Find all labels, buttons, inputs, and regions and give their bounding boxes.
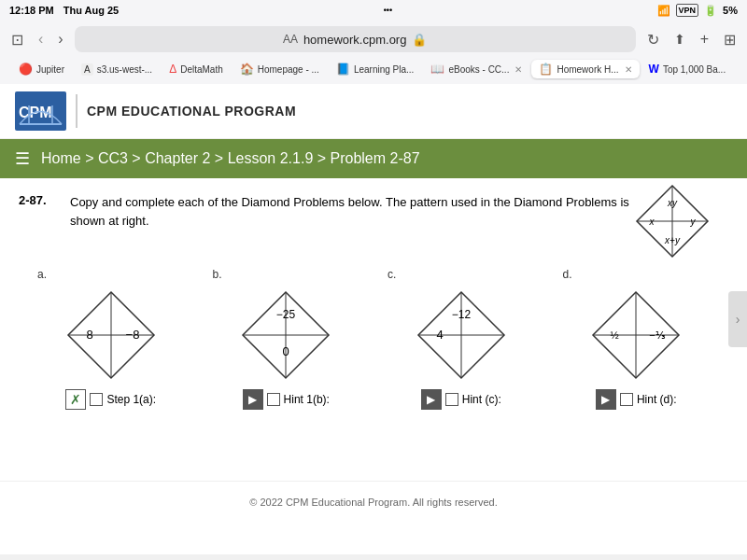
svg-text:−25: −25: [276, 308, 296, 321]
tab-label-ebooks: eBooks - CC...: [448, 64, 509, 75]
diamond-reference: xy x y x+y: [635, 184, 710, 259]
diamond-label-a: a.: [37, 268, 47, 281]
tab-label-homework: Homework H...: [557, 64, 618, 75]
tab-icon-ebooks: 📖: [430, 63, 444, 76]
hint-row-a: ✗ Step 1(a):: [65, 389, 156, 410]
tab-homework[interactable]: 📋 Homework H... ✕: [531, 60, 639, 78]
diamond-item-c: c. −12 4 ▶ Hint (c):: [378, 268, 544, 410]
diamond-label-b: b.: [213, 268, 222, 281]
cpm-logo: CPM: [15, 91, 66, 131]
svg-text:−⅓: −⅓: [650, 329, 666, 341]
diamond-problems-row: a. 8 −8 ✗ Step 1(a):: [19, 268, 728, 410]
cpm-header-divider: [76, 94, 78, 128]
hint-label-d: Hint (d):: [637, 393, 677, 406]
hint-arrow-icon-c[interactable]: ▶: [421, 389, 442, 410]
hint-arrow-icon-b[interactable]: ▶: [243, 389, 263, 410]
tab-label-learning: Learning Pla...: [354, 64, 415, 75]
tab-homepage[interactable]: 🏠 Homepage - ...: [233, 60, 327, 78]
diamond-label-d: d.: [563, 268, 572, 281]
hint-label-c: Hint (c):: [462, 393, 501, 406]
tabs-bar: 🔴 Jupiter A s3.us-west-... Δ DeltaMath 🏠…: [7, 58, 740, 80]
cpm-header: CPM CPM EDUCATIONAL PROGRAM: [0, 84, 747, 139]
problem-number: 2-87.: [19, 193, 61, 230]
hint-checkbox-d[interactable]: [620, 393, 633, 406]
hint-checkbox-c[interactable]: [445, 393, 458, 406]
tab-learning[interactable]: 📘 Learning Pla...: [329, 60, 422, 78]
svg-text:−8: −8: [125, 328, 139, 342]
svg-text:xy: xy: [667, 198, 678, 208]
tab-icon-top1000: W: [649, 63, 659, 76]
diamond-ref-svg: xy x y x+y: [635, 184, 710, 259]
svg-text:y: y: [690, 217, 697, 227]
hint-checked-icon-a[interactable]: ✗: [65, 389, 86, 410]
diamond-item-b: b. −25 0 ▶ Hint 1(b):: [204, 268, 370, 410]
problem-header: 2-87. Copy and complete each of the Diam…: [19, 193, 635, 230]
address-bar[interactable]: AA homework.cpm.org 🔒: [75, 26, 636, 52]
problem-area: 2-87. Copy and complete each of the Diam…: [0, 178, 747, 425]
svg-text:0: 0: [283, 344, 289, 358]
tab-icon-homepage: 🏠: [240, 63, 254, 76]
svg-text:4: 4: [436, 328, 443, 342]
diamond-svg-b: −25 0: [239, 288, 332, 382]
page-wrapper: CPM CPM EDUCATIONAL PROGRAM ☰ Home > CC3…: [0, 84, 747, 554]
svg-text:−12: −12: [452, 308, 472, 321]
tab-s3[interactable]: A s3.us-west-...: [74, 61, 160, 78]
hint-row-c: ▶ Hint (c):: [421, 389, 501, 410]
vpn-badge: VPN: [676, 4, 699, 17]
tab-label-homepage: Homepage - ...: [258, 64, 319, 75]
lock-icon: 🔒: [412, 33, 427, 47]
menu-icon[interactable]: ☰: [15, 148, 30, 169]
hint-label-b: Hint 1(b):: [284, 393, 330, 406]
status-day: Thu Aug 25: [63, 5, 119, 16]
tab-icon-homework: 📋: [539, 63, 553, 76]
tab-close-ebooks[interactable]: ✕: [514, 64, 522, 75]
new-tab-button[interactable]: +: [697, 29, 712, 49]
svg-text:8: 8: [86, 328, 92, 342]
tab-top1000[interactable]: W Top 1,000 Ba...: [641, 60, 734, 78]
hint-row-b: ▶ Hint 1(b):: [243, 389, 330, 410]
tab-switcher-button[interactable]: ⊞: [720, 29, 740, 50]
svg-text:½: ½: [611, 329, 619, 341]
status-bar: 12:18 PM Thu Aug 25 ••• 📶 VPN 🔋 5%: [0, 0, 747, 21]
hint-arrow-icon-d[interactable]: ▶: [596, 389, 616, 410]
reload-button[interactable]: ↻: [643, 29, 663, 50]
tab-label-deltamath: DeltaMath: [180, 64, 223, 75]
tab-deltamath[interactable]: Δ DeltaMath: [162, 60, 231, 78]
battery-level: 5%: [723, 5, 738, 16]
reading-mode-label: AA: [283, 33, 298, 46]
tab-icon-deltamath: Δ: [169, 63, 176, 76]
problem-description: Copy and complete each of the Diamond Pr…: [70, 193, 635, 230]
url-text: homework.cpm.org: [303, 33, 407, 47]
tab-label-s3: s3.us-west-...: [97, 64, 152, 75]
diamond-item-a: a. 8 −8 ✗ Step 1(a):: [28, 268, 194, 410]
forward-button[interactable]: ›: [54, 29, 66, 49]
svg-text:x+y: x+y: [664, 235, 681, 245]
tab-close-homework[interactable]: ✕: [625, 64, 632, 75]
tab-ebooks[interactable]: 📖 eBooks - CC... ✕: [423, 60, 529, 78]
hint-row-d: ▶ Hint (d):: [596, 389, 677, 410]
svg-text:x: x: [649, 217, 655, 227]
footer-text: © 2022 CPM Educational Program. All righ…: [249, 497, 498, 508]
tab-jupiter[interactable]: 🔴 Jupiter: [11, 60, 72, 78]
tab-icon-learning: 📘: [336, 63, 350, 76]
hint-checkbox-b[interactable]: [267, 393, 280, 406]
hint-checkbox-a[interactable]: [90, 393, 103, 406]
tab-label-jupiter: Jupiter: [36, 64, 64, 75]
status-time: 12:18 PM: [9, 5, 54, 16]
page-footer: © 2022 CPM Educational Program. All righ…: [0, 481, 747, 523]
hint-label-a: Step 1(a):: [106, 393, 156, 406]
browser-toolbar: ⊡ ‹ › AA homework.cpm.org 🔒 ↻ ⬆ + ⊞ 🔴 Ju…: [0, 21, 747, 84]
sidebar-toggle-button[interactable]: ⊡: [7, 29, 27, 50]
share-button[interactable]: ⬆: [670, 30, 689, 49]
wifi-icon: 📶: [657, 5, 670, 17]
diamond-svg-d: ½ −⅓: [589, 288, 683, 382]
page-content: CPM CPM EDUCATIONAL PROGRAM ☰ Home > CC3…: [0, 84, 747, 554]
back-button[interactable]: ‹: [35, 29, 47, 49]
cpm-logo-svg: CPM: [15, 91, 66, 131]
sidebar-handle[interactable]: ›: [728, 291, 747, 347]
diamond-svg-c: −12 4: [415, 288, 508, 382]
diamond-svg-a: 8 −8: [64, 288, 158, 382]
battery-icon: 🔋: [704, 5, 717, 17]
diamond-item-d: d. ½ −⅓ ▶ Hint (d):: [554, 268, 720, 410]
breadcrumb-bar: ☰ Home > CC3 > Chapter 2 > Lesson 2.1.9 …: [0, 139, 747, 178]
